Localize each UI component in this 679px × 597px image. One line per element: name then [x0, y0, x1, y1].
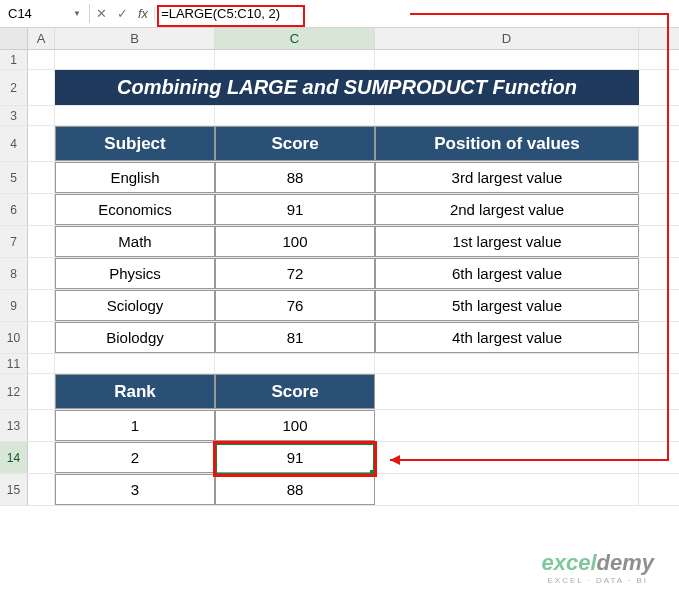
cell-subject[interactable]: English [55, 162, 215, 193]
cell-rank[interactable]: 3 [55, 474, 215, 505]
fx-icon[interactable]: fx [138, 6, 148, 21]
row-header[interactable]: 15 [0, 474, 28, 505]
cell[interactable] [55, 354, 215, 373]
row-header[interactable]: 2 [0, 70, 28, 105]
cell[interactable] [375, 410, 639, 441]
cell-score[interactable]: 91 [215, 194, 375, 225]
cell-subject[interactable]: Physics [55, 258, 215, 289]
cell-position[interactable]: 6th largest value [375, 258, 639, 289]
col-header-d[interactable]: D [375, 28, 639, 49]
cell-score[interactable]: 100 [215, 410, 375, 441]
cell[interactable] [28, 70, 55, 105]
table-row: 6 Economics 91 2nd largest value [0, 194, 679, 226]
cell[interactable] [28, 126, 55, 161]
cell[interactable] [28, 290, 55, 321]
cell[interactable] [28, 410, 55, 441]
cell[interactable] [28, 374, 55, 409]
cell-subject[interactable]: Math [55, 226, 215, 257]
cell[interactable] [375, 50, 639, 69]
watermark-brand: exceldemy [541, 550, 654, 576]
row-header[interactable]: 10 [0, 322, 28, 353]
chevron-down-icon[interactable]: ▼ [73, 9, 81, 18]
watermark-part1: excel [541, 550, 596, 575]
cell-score[interactable]: 76 [215, 290, 375, 321]
cell-rank[interactable]: 2 [55, 442, 215, 473]
cell-rank[interactable]: 1 [55, 410, 215, 441]
watermark-part2: demy [597, 550, 654, 575]
cell[interactable] [28, 50, 55, 69]
cell[interactable] [375, 106, 639, 125]
row-header[interactable]: 13 [0, 410, 28, 441]
grid-row: 4 Subject Score Position of values [0, 126, 679, 162]
cell[interactable] [28, 226, 55, 257]
enter-icon[interactable]: ✓ [117, 6, 128, 21]
cell-score[interactable]: 88 [215, 162, 375, 193]
table-header-score2[interactable]: Score [215, 374, 375, 409]
cell[interactable] [55, 50, 215, 69]
cell-score-selected[interactable]: 91 [215, 442, 375, 473]
row-header[interactable]: 3 [0, 106, 28, 125]
cell[interactable] [28, 474, 55, 505]
row-header[interactable]: 6 [0, 194, 28, 225]
table-row: 14 2 91 [0, 442, 679, 474]
formula-input[interactable]: =LARGE(C5:C10, 2) [155, 4, 679, 23]
cell-score[interactable]: 100 [215, 226, 375, 257]
table-header-rank[interactable]: Rank [55, 374, 215, 409]
grid-row: 1 [0, 50, 679, 70]
table-header-position[interactable]: Position of values [375, 126, 639, 161]
table-row: 5 English 88 3rd largest value [0, 162, 679, 194]
cell-position[interactable]: 2nd largest value [375, 194, 639, 225]
name-box[interactable]: C14 ▼ [0, 4, 90, 23]
table-row: 9 Sciology 76 5th largest value [0, 290, 679, 322]
cell[interactable] [28, 354, 55, 373]
cancel-icon[interactable]: ✕ [96, 6, 107, 21]
cell-position[interactable]: 5th largest value [375, 290, 639, 321]
table-row: 15 3 88 [0, 474, 679, 506]
formula-text: =LARGE(C5:C10, 2) [161, 6, 280, 21]
title-banner[interactable]: Combining LARGE and SUMPRODUCT Function [55, 70, 639, 105]
cell[interactable] [28, 442, 55, 473]
cell-subject[interactable]: Biolodgy [55, 322, 215, 353]
watermark-tag: EXCEL · DATA · BI [541, 576, 654, 585]
cell-position[interactable]: 1st largest value [375, 226, 639, 257]
cell[interactable] [28, 162, 55, 193]
cell-position[interactable]: 3rd largest value [375, 162, 639, 193]
table-header-subject[interactable]: Subject [55, 126, 215, 161]
cell[interactable] [375, 354, 639, 373]
col-header-c[interactable]: C [215, 28, 375, 49]
cell[interactable] [28, 106, 55, 125]
row-header[interactable]: 5 [0, 162, 28, 193]
col-header-a[interactable]: A [28, 28, 55, 49]
row-header[interactable]: 9 [0, 290, 28, 321]
select-all-corner[interactable] [0, 28, 28, 49]
cell[interactable] [375, 374, 639, 409]
cell[interactable] [215, 50, 375, 69]
cell-subject[interactable]: Economics [55, 194, 215, 225]
name-box-value: C14 [8, 6, 32, 21]
col-header-b[interactable]: B [55, 28, 215, 49]
cell-score[interactable]: 81 [215, 322, 375, 353]
table-row: 13 1 100 [0, 410, 679, 442]
table-header-score[interactable]: Score [215, 126, 375, 161]
cell[interactable] [55, 106, 215, 125]
cell[interactable] [375, 442, 639, 473]
cell[interactable] [375, 474, 639, 505]
row-header[interactable]: 14 [0, 442, 28, 473]
cell-score[interactable]: 88 [215, 474, 375, 505]
cell[interactable] [215, 106, 375, 125]
cell[interactable] [215, 354, 375, 373]
row-header[interactable]: 12 [0, 374, 28, 409]
cell[interactable] [28, 194, 55, 225]
row-header[interactable]: 4 [0, 126, 28, 161]
table-row: 7 Math 100 1st largest value [0, 226, 679, 258]
grid-row: 3 [0, 106, 679, 126]
row-header[interactable]: 1 [0, 50, 28, 69]
row-header[interactable]: 11 [0, 354, 28, 373]
cell-position[interactable]: 4th largest value [375, 322, 639, 353]
row-header[interactable]: 7 [0, 226, 28, 257]
cell-score[interactable]: 72 [215, 258, 375, 289]
cell[interactable] [28, 258, 55, 289]
cell-subject[interactable]: Sciology [55, 290, 215, 321]
cell[interactable] [28, 322, 55, 353]
row-header[interactable]: 8 [0, 258, 28, 289]
